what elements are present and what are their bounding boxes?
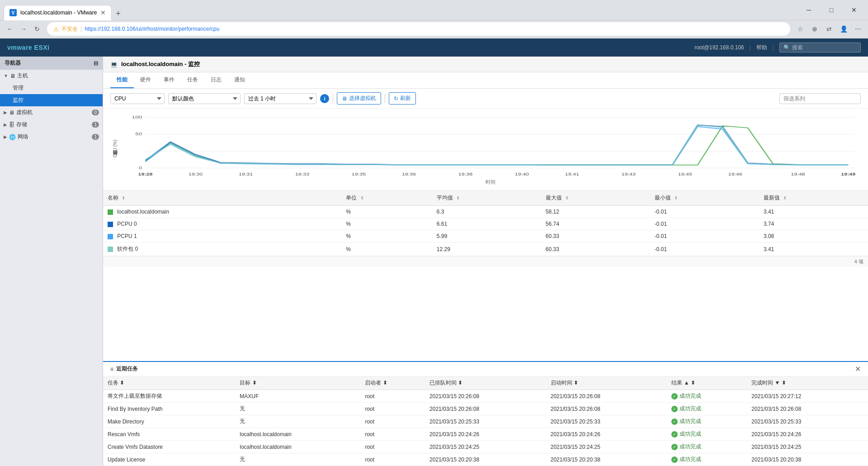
vmware-product: ESXi xyxy=(34,44,50,51)
sidebar-item-vm[interactable]: ▶ 🖥 虚拟机 0 xyxy=(0,106,103,119)
sidebar-item-network[interactable]: ▶ 🌐 网络 1 xyxy=(0,131,103,143)
tab-hardware[interactable]: 硬件 xyxy=(134,72,157,88)
color-select[interactable]: 默认颜色 xyxy=(168,93,241,104)
task-result: ✓ 成功完成 xyxy=(667,428,747,441)
tasks-close-button[interactable]: ✕ xyxy=(855,365,861,373)
task-target: localhost.localdomain xyxy=(235,441,360,453)
status-success: ✓ 成功完成 xyxy=(671,392,742,400)
sync-button[interactable]: ⇄ xyxy=(823,23,835,35)
metric-select[interactable]: CPU xyxy=(110,93,165,104)
cell-max: 60.33 xyxy=(541,230,650,243)
forward-button[interactable]: → xyxy=(17,23,30,35)
performance-table: 名称 ⬍ 单位 ⬍ 平均值 ⬍ 最大值 ⬍ 最小值 ⬍ 最新值 ⬍ localh… xyxy=(103,190,868,256)
success-icon: ✓ xyxy=(671,406,678,412)
sidebar-item-label: 主机 xyxy=(17,72,28,80)
tab-favicon: V xyxy=(9,9,17,16)
task-completed: 2021/03/15 20:20:38 xyxy=(747,453,868,466)
sidebar-item-manage[interactable]: 管理 xyxy=(0,82,103,94)
task-started: 2021/03/15 20:24:25 xyxy=(546,441,667,453)
tab-tasks[interactable]: 任务 xyxy=(181,72,204,88)
maximize-button[interactable]: □ xyxy=(821,3,842,17)
tab-bar: V localhost.localdomain - VMware ✕ + xyxy=(4,0,795,20)
tasks-col-task[interactable]: 任务 ⬍ xyxy=(103,376,235,390)
col-name[interactable]: 名称 ⬍ xyxy=(103,190,341,206)
info-button[interactable]: i xyxy=(320,94,329,103)
sidebar-item-host[interactable]: ▼ 🖥 主机 xyxy=(0,70,103,82)
menu-button[interactable]: ⋯ xyxy=(852,23,864,35)
new-tab-button[interactable]: + xyxy=(112,8,124,20)
host-icon: 🖥 xyxy=(10,73,15,79)
refresh-button[interactable]: ↻ 刷新 xyxy=(389,92,416,105)
task-target: 无 xyxy=(235,415,360,428)
header-help[interactable]: 帮助 xyxy=(756,44,767,52)
task-initiator: root xyxy=(360,428,425,441)
col-max[interactable]: 最大值 ⬍ xyxy=(541,190,650,206)
color-indicator xyxy=(108,234,113,239)
svg-text:0: 0 xyxy=(139,165,142,170)
status-success: ✓ 成功完成 xyxy=(671,405,742,413)
user-avatar-button[interactable]: 👤 xyxy=(837,23,850,35)
sidebar-item-monitor[interactable]: 监控 xyxy=(0,94,103,106)
col-avg[interactable]: 平均值 ⬍ xyxy=(432,190,541,206)
svg-text:19:46: 19:46 xyxy=(728,172,742,176)
vmware-brand2: ware xyxy=(17,44,32,51)
url-bar[interactable]: ⚠ 不安全 | https://192.168.0.106/ui/#/host/… xyxy=(47,22,790,36)
tab-performance[interactable]: 性能 xyxy=(110,72,134,88)
cell-latest: 3.08 xyxy=(759,230,868,243)
success-icon: ✓ xyxy=(671,444,678,450)
minimize-button[interactable]: ─ xyxy=(798,3,819,17)
task-completed: 2021/03/15 20:27:12 xyxy=(747,390,868,403)
col-latest[interactable]: 最新值 ⬍ xyxy=(759,190,868,206)
cell-max: 60.33 xyxy=(541,243,650,256)
network-badge: 1 xyxy=(92,134,99,140)
tasks-col-initiator[interactable]: 启动者 ⬍ xyxy=(360,376,425,390)
sidebar-item-storage[interactable]: ▶ 🗄 存储 1 xyxy=(0,119,103,131)
header-user[interactable]: root@192.168.0.106 xyxy=(694,44,744,51)
tasks-col-result[interactable]: 结果 ▲ ⬍ xyxy=(667,376,747,390)
filter-input[interactable] xyxy=(779,93,861,104)
cell-name: PCPU 0 xyxy=(103,218,341,230)
url-separator: | xyxy=(80,26,82,32)
sidebar-collapse-icon[interactable]: ⊟ xyxy=(94,60,98,67)
task-queued: 2021/03/15 20:24:25 xyxy=(425,441,546,453)
search-input[interactable] xyxy=(792,44,855,51)
status-success: ✓ 成功完成 xyxy=(671,456,742,463)
svg-text:100: 100 xyxy=(132,114,142,119)
profile-button[interactable]: ⊕ xyxy=(808,23,821,35)
tasks-col-completed[interactable]: 完成时间 ▼ ⬍ xyxy=(747,376,868,390)
bookmarks-star-button[interactable]: ☆ xyxy=(794,23,807,35)
header-search-bar[interactable]: 🔍 xyxy=(779,43,861,52)
tab-notifications[interactable]: 通知 xyxy=(228,72,251,88)
tasks-col-started[interactable]: 启动时间 ⬍ xyxy=(546,376,667,390)
sort-icon: ⬍ xyxy=(252,380,257,386)
vm-badge: 0 xyxy=(92,109,99,115)
browser-toolbar-icons: ☆ ⊕ ⇄ 👤 ⋯ xyxy=(794,23,864,35)
task-initiator: root xyxy=(360,390,425,403)
tasks-col-target[interactable]: 目标 ⬍ xyxy=(235,376,360,390)
svg-text:19:41: 19:41 xyxy=(565,172,579,176)
sort-icon: ⬍ xyxy=(383,380,387,386)
reload-button[interactable]: ↻ xyxy=(31,23,43,35)
col-unit[interactable]: 单位 ⬍ xyxy=(341,190,432,206)
sidebar-title: 导航器 xyxy=(5,59,21,67)
color-indicator xyxy=(108,222,113,227)
choose-vm-button[interactable]: 🖥 选择虚拟机 xyxy=(337,92,381,105)
task-name: 将文件上载至数据存储 xyxy=(103,390,235,403)
task-completed: 2021/03/15 20:26:08 xyxy=(747,403,868,415)
tab-logs[interactable]: 日志 xyxy=(204,72,228,88)
tasks-table: 任务 ⬍ 目标 ⬍ 启动者 ⬍ 已排队时间 ⬍ 启动时间 ⬍ 结果 ▲ ⬍ 完成… xyxy=(103,376,868,466)
tasks-col-queued[interactable]: 已排队时间 ⬍ xyxy=(425,376,546,390)
expand-icon: ▶ xyxy=(4,122,7,127)
tab-close-icon[interactable]: ✕ xyxy=(100,9,106,16)
close-button[interactable]: ✕ xyxy=(844,3,864,17)
browser-tab[interactable]: V localhost.localdomain - VMware ✕ xyxy=(4,5,112,20)
tab-events[interactable]: 事件 xyxy=(157,72,181,88)
time-select[interactable]: 过去 1 小时 xyxy=(244,93,316,104)
task-name: Create Vmfs Datastore xyxy=(103,441,235,453)
task-row: Create Vmfs Datastore localhost.localdom… xyxy=(103,441,868,453)
table-header-row: 名称 ⬍ 单位 ⬍ 平均值 ⬍ 最大值 ⬍ 最小值 ⬍ 最新值 ⬍ xyxy=(103,190,868,206)
col-min[interactable]: 最小值 ⬍ xyxy=(650,190,759,206)
task-result: ✓ 成功完成 xyxy=(667,453,747,466)
back-button[interactable]: ← xyxy=(4,23,16,35)
recent-tasks-panel: ≡ 近期任务 ✕ 任务 ⬍ 目标 ⬍ 启动者 ⬍ 已排队时间 ⬍ 启动时间 ⬍ … xyxy=(103,361,868,466)
